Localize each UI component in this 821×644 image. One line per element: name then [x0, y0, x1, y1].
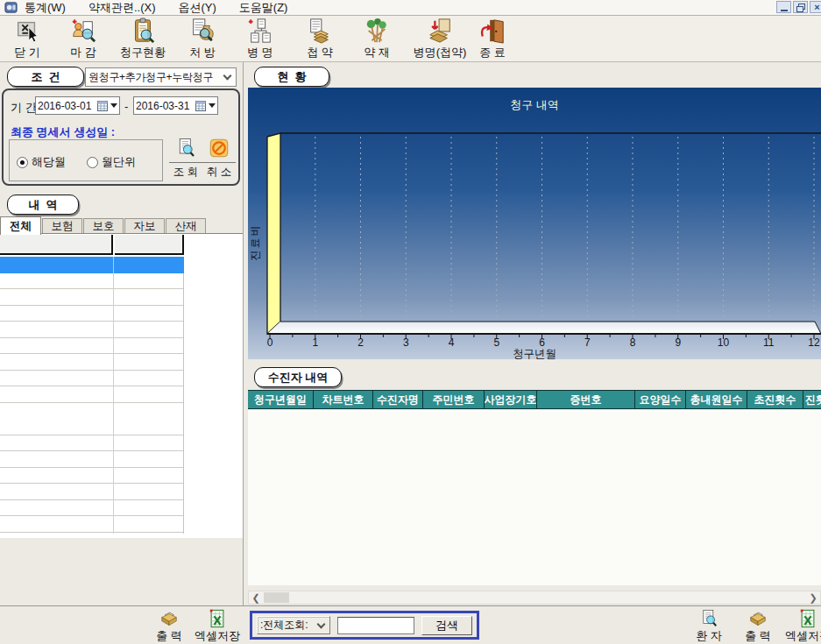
- radio-current-month[interactable]: 해당월: [17, 154, 66, 170]
- date-to-picker[interactable]: 2016-03-31: [133, 96, 218, 115]
- tab-industrial[interactable]: 산재: [166, 218, 206, 234]
- radio-current-month-label: 해당월: [32, 154, 66, 170]
- selected-row[interactable]: [0, 257, 184, 273]
- claim-type-value: 원청구+추가청구+누락청구: [88, 70, 223, 85]
- menu-help[interactable]: 도움말(Z): [239, 0, 288, 16]
- column-header-total-visits[interactable]: 총내원일수: [686, 391, 747, 408]
- column-header-patient-name[interactable]: 수진자명: [373, 391, 423, 408]
- toolbar-label: 병 명: [247, 45, 273, 60]
- toolbar-closing-button[interactable]: 마 감: [58, 18, 109, 61]
- cancel-icon: [209, 138, 230, 159]
- exit-door-icon: [479, 18, 506, 44]
- column-header-chart-no[interactable]: 차트번호: [314, 391, 373, 408]
- excel-save-button-right[interactable]: 엑셀저장: [784, 609, 821, 644]
- printer-icon: [747, 609, 768, 628]
- chevron-down-icon: [317, 619, 326, 628]
- patient-lookup-button[interactable]: 환 자: [690, 609, 728, 644]
- toolbar-disease-button[interactable]: 병 명: [234, 18, 287, 61]
- restore-button[interactable]: [793, 1, 808, 13]
- cancel-button[interactable]: 취 소: [202, 138, 236, 180]
- app-window: 통계(W) 약재관련..(X) 옵션(Y) 도움말(Z) × 닫 기 마 감 청…: [0, 0, 821, 644]
- menu-herb-related[interactable]: 약재관련..(X): [88, 0, 156, 16]
- print-label: 출 력: [156, 628, 182, 644]
- date-range-separator: -: [124, 100, 128, 113]
- chart-x-axis-label: 청구년월: [248, 347, 821, 362]
- details-section-button[interactable]: 내 역: [7, 195, 79, 215]
- patient-section-button[interactable]: 수진자 내역: [254, 367, 342, 387]
- person-magnifier-icon: [70, 18, 96, 44]
- patient-table-body: [248, 410, 821, 585]
- toolbar-prescription-button[interactable]: 처 방: [176, 18, 229, 61]
- excel-icon: [207, 609, 228, 628]
- tab-auto[interactable]: 자보: [124, 218, 165, 234]
- condition-section-button[interactable]: 조 건: [7, 67, 84, 87]
- search-input[interactable]: [337, 617, 414, 634]
- column-header-cert-no[interactable]: 증번호: [537, 391, 635, 408]
- scrollbar-thumb[interactable]: [264, 592, 289, 603]
- claim-type-dropdown[interactable]: 원청구+추가청구+누락청구: [85, 67, 237, 87]
- print-label: 출 력: [745, 628, 771, 644]
- menu-options[interactable]: 옵션(Y): [179, 0, 216, 16]
- details-column-header[interactable]: [115, 235, 184, 255]
- close-window-button[interactable]: ×: [810, 1, 821, 13]
- menu-statistics[interactable]: 통계(W): [25, 0, 66, 16]
- dropdown-arrow-icon: [110, 103, 117, 108]
- print-button-left[interactable]: 출 력: [150, 609, 188, 644]
- toolbar-claim-status-button[interactable]: 청구현황: [112, 18, 173, 61]
- last-statement-label: 최종 명세서 생성일 :: [11, 124, 115, 140]
- document-tree-icon: [247, 18, 273, 44]
- date-from-picker[interactable]: 2016-03-01: [35, 96, 120, 115]
- column-header-claim-date[interactable]: 청구년월일: [248, 391, 314, 408]
- tab-all[interactable]: 전체: [0, 216, 41, 235]
- claim-chart: 청구 내역 진료비 0123456789101112 청구년월: [248, 88, 821, 359]
- excel-icon: [797, 609, 818, 628]
- column-header-resident-no[interactable]: 주민번호: [423, 391, 485, 408]
- patient-table-header: 청구년월일 차트번호 수진자명 주민번호 사업장기호 증번호 요양일수 총내원일…: [248, 390, 821, 409]
- status-area: 현 황 청구 내역 진료비 0123456789101112: [248, 62, 821, 605]
- calendar-icon: [97, 101, 108, 111]
- column-header-truncated[interactable]: 진횟: [803, 391, 821, 408]
- search-filter-dropdown[interactable]: :전체조회:: [257, 616, 330, 634]
- minimize-button[interactable]: [776, 1, 791, 13]
- tab-protection[interactable]: 보호: [83, 218, 124, 234]
- date-from-value: 2016-03-01: [38, 100, 97, 112]
- bottom-bar: 출 력 엑셀저장 :전체조회: 검색 환 자 출 력 엑셀저장: [0, 605, 821, 644]
- patient-search-group: :전체조회: 검색: [250, 611, 479, 640]
- horizontal-scrollbar[interactable]: ❮ ❯: [248, 591, 821, 605]
- column-header-first-visits[interactable]: 초진횟수: [747, 391, 803, 408]
- status-section-button[interactable]: 현 황: [254, 67, 329, 87]
- chart-plot: [248, 88, 821, 359]
- toolbar-label: 처 방: [189, 45, 216, 60]
- radio-unselected-icon: [87, 157, 98, 168]
- radio-monthly-label: 월단위: [102, 154, 136, 170]
- radio-monthly[interactable]: 월단위: [87, 154, 136, 170]
- period-label: 기 간: [11, 100, 37, 116]
- scroll-right-arrow[interactable]: ❯: [806, 591, 820, 604]
- excel-save-button-left[interactable]: 엑셀저장: [194, 609, 241, 644]
- scroll-left-arrow[interactable]: ❮: [249, 591, 263, 604]
- column-header-workplace-code[interactable]: 사업장기호: [485, 391, 537, 408]
- toolbar-label: 마 감: [70, 45, 96, 60]
- tab-insurance[interactable]: 보험: [42, 218, 82, 234]
- toolbar: 닫 기 마 감 청구현황 처 방 병 명 첩 약 약 재 병명(첩약) 종 료: [0, 16, 821, 62]
- chart-3d-wall: [267, 133, 280, 334]
- chart-3d-floor: [267, 322, 821, 334]
- toolbar-medicine-button[interactable]: 약 재: [350, 18, 403, 61]
- radio-selected-icon: [17, 157, 28, 168]
- toolbar-close-button[interactable]: 닫 기: [2, 18, 53, 61]
- details-column-header[interactable]: [0, 235, 113, 255]
- excel-save-label: 엑셀저장: [195, 628, 240, 644]
- dropdown-arrow-icon: [209, 103, 216, 108]
- app-icon: [4, 1, 18, 14]
- query-button[interactable]: 조 회: [169, 138, 202, 180]
- document-sack-magnifier-icon: [189, 18, 216, 44]
- search-filter-value: :전체조회:: [260, 618, 316, 633]
- column-header-care-days[interactable]: 요양일수: [635, 391, 686, 408]
- toolbar-label: 청구현황: [120, 45, 166, 60]
- toolbar-exit-button[interactable]: 종 료: [467, 18, 518, 61]
- document-magnifier-icon: [175, 138, 196, 159]
- search-button[interactable]: 검색: [421, 616, 472, 635]
- toolbar-herbal-pack-button[interactable]: 첩 약: [294, 18, 346, 61]
- excel-save-label: 엑셀저장: [785, 628, 821, 644]
- print-button-right[interactable]: 출 력: [739, 609, 777, 644]
